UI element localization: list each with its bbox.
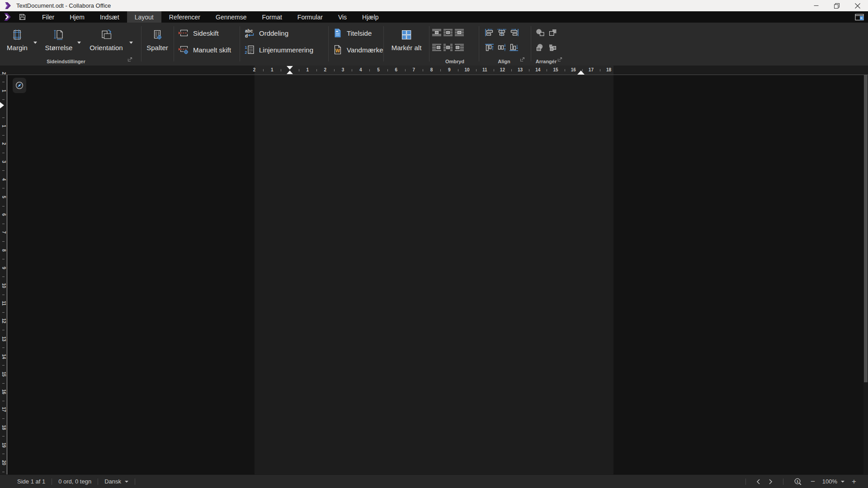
zoom-out-button[interactable]: − — [806, 477, 820, 486]
wrap-left-button[interactable] — [432, 43, 442, 52]
manual-break-icon — [178, 45, 189, 55]
word-count[interactable]: 0 ord, 0 tegn — [58, 478, 91, 485]
ruler-tick — [2, 135, 5, 136]
ruler-number: 2 — [0, 70, 7, 76]
page-count[interactable]: Side 1 af 1 — [17, 478, 45, 485]
ribbon-separator — [328, 26, 329, 61]
tab-vis[interactable]: Vis — [330, 11, 354, 23]
align-center-button[interactable] — [497, 28, 507, 37]
ruler-tick — [458, 69, 458, 71]
previous-page-button[interactable] — [752, 479, 764, 485]
ruler-tick — [511, 69, 512, 71]
send-backward-button[interactable] — [547, 43, 557, 52]
marker-alt-button[interactable]: Markér alt — [387, 29, 426, 52]
wrap-right-button[interactable] — [454, 43, 464, 52]
orientation-icon — [100, 29, 112, 41]
wrap-optimal-button[interactable] — [443, 43, 453, 52]
titlebar: TextDocument.odt - Collabora Office — [0, 0, 868, 11]
tab-format[interactable]: Format — [255, 11, 290, 23]
document-page[interactable] — [255, 75, 613, 474]
orddeling-label: Orddeling — [259, 29, 288, 37]
statusbar-separator — [783, 479, 783, 485]
collabora-menu-logo-icon[interactable] — [0, 11, 14, 23]
ruler-number: 15 — [0, 371, 7, 378]
orddeling-button[interactable]: abc d Orddeling — [244, 27, 288, 39]
align-bottom-button[interactable] — [509, 43, 519, 52]
bring-to-front-button[interactable] — [535, 28, 545, 37]
wrap-parallel-button[interactable] — [443, 28, 453, 37]
align-left-button[interactable] — [485, 28, 495, 37]
titelside-button[interactable]: Titelside — [332, 27, 372, 39]
tab-hjem[interactable]: Hjem — [62, 11, 92, 23]
left-indent-marker[interactable] — [287, 66, 293, 70]
align-middle-button[interactable] — [497, 43, 507, 52]
save-button[interactable] — [14, 11, 30, 23]
send-to-back-button[interactable] — [535, 43, 545, 52]
spalter-button[interactable]: Spalter — [144, 29, 171, 52]
zoom-level-selector[interactable]: 100% — [820, 478, 847, 485]
first-line-indent-marker[interactable] — [287, 70, 293, 74]
ribbon-separator — [141, 26, 142, 61]
ruler-tick — [2, 188, 5, 188]
ruler-number: 10 — [464, 66, 469, 75]
vertical-scrollbar[interactable] — [863, 75, 868, 474]
ruler-number: 2 — [0, 141, 7, 147]
sideindstillinger-dialog-launcher-icon[interactable] — [127, 56, 132, 64]
sideskift-button[interactable]: Sideskift — [178, 27, 219, 39]
svg-text:1: 1 — [797, 479, 799, 483]
spalter-label: Spalter — [146, 44, 168, 52]
ruler-tick — [2, 472, 5, 472]
tab-gennemse[interactable]: Gennemse — [208, 11, 254, 23]
align-top-button[interactable] — [485, 43, 495, 52]
navigation-compass-button[interactable] — [13, 78, 26, 93]
orientation-label: Orientation — [90, 44, 123, 52]
tab-filer[interactable]: Filer — [34, 11, 62, 23]
wrap-none-button[interactable] — [432, 28, 442, 37]
select-all-icon — [401, 29, 412, 41]
close-button[interactable] — [847, 0, 868, 11]
stoerrelse-dropdown-arrow[interactable] — [77, 42, 81, 44]
scrollbar-thumb[interactable] — [864, 75, 868, 382]
align-right-button[interactable] — [509, 28, 519, 37]
zoom-factor-button[interactable]: 1 — [790, 478, 806, 486]
stoerrelse-label: Størrelse — [45, 44, 73, 52]
ruler-number: 19 — [0, 441, 7, 448]
minimize-button[interactable] — [806, 0, 826, 11]
ruler-number: 18 — [606, 66, 611, 75]
margin-dropdown-arrow[interactable] — [33, 42, 37, 44]
align-dialog-launcher-icon[interactable] — [520, 56, 525, 64]
ruler-number: 8 — [0, 247, 7, 253]
margin-button[interactable]: Margin — [4, 29, 31, 52]
bring-forward-button[interactable] — [547, 28, 557, 37]
wrap-through-button[interactable] — [454, 28, 464, 37]
wrap-right-icon — [455, 44, 464, 51]
restore-button[interactable] — [826, 0, 847, 11]
margin-label: Margin — [7, 44, 28, 52]
ruler-tick — [2, 224, 5, 224]
orientation-dropdown-arrow[interactable] — [129, 42, 133, 44]
top-margin-marker[interactable] — [0, 102, 4, 108]
tab-formular[interactable]: Formular — [290, 11, 330, 23]
tab-hjaelp[interactable]: Hjælp — [354, 11, 387, 23]
vertical-ruler[interactable]: 211234567891011121314151617181920 — [0, 75, 7, 474]
tab-layout[interactable]: Layout — [127, 11, 161, 23]
vandmaerke-button[interactable]: W Vandmærke — [332, 44, 383, 56]
watermark-icon: W — [332, 44, 343, 55]
next-page-button[interactable] — [764, 479, 777, 485]
manuelt-skift-button[interactable]: Manuelt skift — [178, 44, 231, 56]
tab-referencer[interactable]: Referencer — [161, 11, 208, 23]
ruler-tick — [423, 69, 423, 71]
align-middle-icon — [497, 44, 506, 51]
language-selector[interactable]: Dansk — [104, 478, 128, 485]
zoom-in-button[interactable]: + — [847, 477, 861, 486]
svg-text:abc: abc — [245, 28, 253, 33]
stoerrelse-button[interactable]: Størrelse — [44, 29, 73, 52]
horizontal-ruler[interactable]: 21123456789101112131415161718 — [0, 66, 868, 75]
arranger-dialog-launcher-icon[interactable] — [557, 56, 562, 64]
ruler-tick — [2, 117, 5, 118]
orientation-button[interactable]: Orientation — [89, 29, 124, 52]
tab-indsaet[interactable]: Indsæt — [92, 11, 127, 23]
notebookbar-toggle-icon[interactable] — [851, 11, 868, 23]
linjenummerering-button[interactable]: 1 2 Linjenummerering — [244, 44, 313, 56]
right-indent-marker[interactable] — [577, 70, 585, 75]
